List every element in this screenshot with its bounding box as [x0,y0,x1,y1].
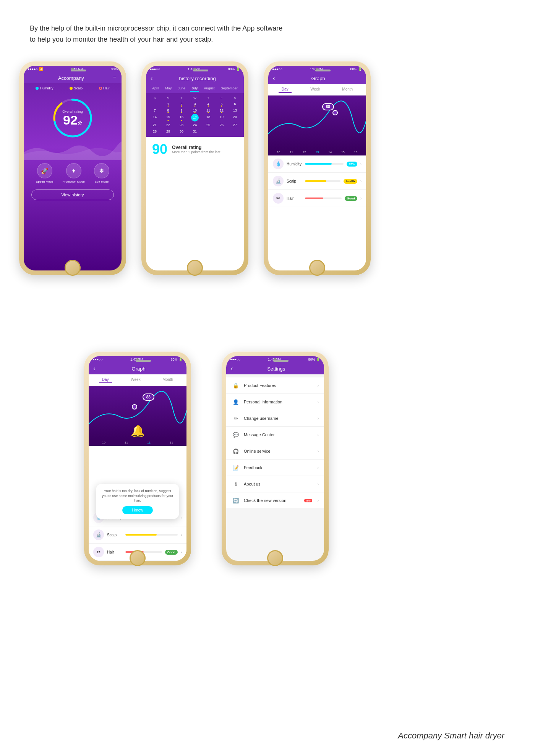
month-july[interactable]: July [190,86,199,92]
tab-day[interactable]: Day [279,86,292,93]
intro-line1: By the help of the built-in microprocess… [30,23,282,34]
x-10-4: 10 [102,441,105,444]
screen5-settings: ●●●○○ 1:43 PM 80% 🔋 ‹ Settings 🔒 Product… [226,356,324,561]
personal-info-chevron: › [318,400,319,404]
popup-overlay: Your hair is too dry, lack of nutrition,… [96,484,179,519]
cal-30[interactable]: 30 [175,128,188,134]
cal-21[interactable]: 21 [148,122,161,128]
cal-11[interactable]: 11 [202,107,215,113]
protection-mode-btn[interactable]: ✦ Protection Mode [63,163,85,183]
cal-grid: S M T W T F S 1 2 3 4 5 6 [148,96,242,134]
month-august[interactable]: August [203,86,216,92]
settings-feedback[interactable]: 📝 Feedback › [226,460,324,476]
cal-14[interactable]: 14 [148,114,161,121]
bell-on-graph: 🔔 [131,424,145,437]
settings-product-features[interactable]: 🔒 Product Features › [226,377,324,394]
soft-mode-btn[interactable]: ❄ Soft Mode [94,163,109,183]
hair-tab[interactable]: Hair [99,86,110,90]
phone2: ●●●○○ 1:43 PM 80% 🔋 ‹ history recording … [141,61,248,275]
settings-about-us[interactable]: ℹ About us › [226,476,324,492]
view-history-button[interactable]: View history [31,189,114,200]
month-september[interactable]: September [219,86,239,92]
settings-header: ‹ Settings [226,363,324,374]
cal-6[interactable]: 6 [229,101,242,107]
home-button-4[interactable] [130,550,146,566]
tab-month-4[interactable]: Month [159,377,176,383]
cal-29[interactable]: 29 [162,128,175,134]
back-arrow-2[interactable]: ‹ [151,75,152,82]
cal-27[interactable]: 27 [229,122,242,128]
scalp-tab[interactable]: Scalp [70,86,83,90]
speed-mode-btn[interactable]: 🚀 Speed Mode [36,163,53,183]
cal-8[interactable]: 8 [162,107,175,113]
feedback-chevron: › [318,466,319,470]
cal-24[interactable]: 24 [188,122,201,128]
settings-personal-info[interactable]: 👤 Personal information › [226,394,324,410]
cal-13[interactable]: 13 [229,107,242,113]
view-tabs-4: Day Week Month [89,374,186,386]
metric-scalp-3[interactable]: 🔬 Scalp health › [268,173,366,190]
month-april[interactable]: April [151,86,160,92]
home-button-3[interactable] [309,260,325,276]
scalp-badge-3: health [344,179,357,184]
metric-hair-3[interactable]: ✂ Hair Good › [268,190,366,207]
popup-iknow-button[interactable]: I know [122,506,153,514]
about-us-icon: ℹ [232,480,240,488]
cal-15[interactable]: 15 [162,114,175,121]
tab-month[interactable]: Month [339,86,356,93]
speed-mode-icon: 🚀 [37,163,52,178]
cal-20[interactable]: 20 [229,114,242,121]
cal-2[interactable]: 2 [175,101,188,107]
cal-17-today[interactable]: 17 [191,114,199,121]
status-bar-3: ●●●○○ 1:43 PM 80% 🔋 [268,66,366,73]
cal-5[interactable]: 5 [215,101,228,107]
mode-buttons: 🚀 Speed Mode ✦ Protection Mode ❄ Soft Mo… [24,160,122,186]
humidity-tab[interactable]: Humidity [36,86,53,90]
cal-3[interactable]: 3 [188,101,201,107]
cal-18[interactable]: 18 [202,114,215,121]
humidity-icon-3: 💧 [273,159,284,169]
settings-message-center[interactable]: 💬 Message Center › [226,427,324,443]
battery-5: 80% 🔋 [308,358,320,361]
cal-26[interactable]: 26 [215,122,228,128]
cal-19[interactable]: 19 [215,114,228,121]
cal-22[interactable]: 22 [162,122,175,128]
cal-12[interactable]: 12 [215,107,228,113]
cal-25[interactable]: 25 [202,122,215,128]
scalp-chevron-3: › [360,179,362,183]
product-features-chevron: › [318,384,319,388]
tab-week[interactable]: Week [307,86,323,93]
cal-28[interactable]: 28 [148,128,161,134]
month-may[interactable]: May [164,86,173,92]
cal-10[interactable]: 10 [188,107,201,113]
x-14: 14 [328,151,332,154]
hair-chevron-4: › [181,550,182,554]
settings-check-version[interactable]: 🔄 Check the new version new › [226,492,324,509]
month-june[interactable]: June [177,86,187,92]
battery-1: 80% [111,67,118,71]
cal-9[interactable]: 9 [175,107,188,113]
home-button-1[interactable] [65,260,81,276]
rating-circle: Overall rating 92分 [52,97,94,139]
menu-icon-1[interactable]: ≡ [113,75,116,81]
metric-humidity-3[interactable]: 💧 Humidity 15% › [268,155,366,173]
cal-h-w: W [188,96,201,100]
cal-16[interactable]: 16 [175,114,188,121]
home-button-2[interactable] [187,260,203,276]
cal-23[interactable]: 23 [175,122,188,128]
tab-week-4[interactable]: Week [128,377,143,383]
cal-31[interactable]: 31 [188,128,201,134]
settings-online-service[interactable]: 🎧 Online service › [226,443,324,460]
graph-bubble-4: 88 [143,393,154,401]
home-button-5[interactable] [267,550,283,566]
metric-scalp-4[interactable]: 🔬 Scalp › [89,526,186,544]
tab-day-4[interactable]: Day [99,377,112,383]
settings-change-username[interactable]: ✏ Change username › [226,410,324,427]
cal-1[interactable]: 1 [162,101,175,107]
cal-4[interactable]: 4 [202,101,215,107]
history-title: history recording [156,76,239,81]
humidity-bar-3 [305,163,344,165]
cal-7[interactable]: 7 [148,107,161,113]
change-username-icon: ✏ [232,414,240,423]
humidity-name-3: Humidity [287,162,302,166]
